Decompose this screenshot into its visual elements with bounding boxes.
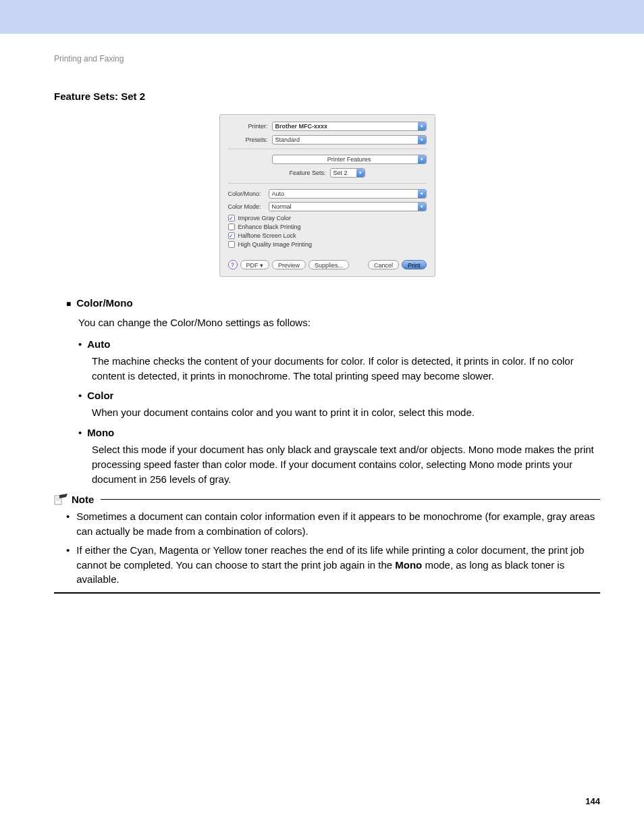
checkbox-icon: ✓ bbox=[228, 215, 235, 221]
colormode-value: Normal bbox=[272, 203, 292, 210]
page-number: 144 bbox=[54, 796, 600, 806]
colormono-label: Color/Mono: bbox=[228, 190, 269, 197]
feature-sets-select[interactable]: Set 2 ▾ bbox=[330, 168, 365, 178]
chevron-down-icon: ▾ bbox=[418, 203, 426, 211]
dialog-screenshot: Printer: Brother MFC-xxxx ▾ Presets: Sta… bbox=[54, 114, 600, 277]
checkbox-improve-gray[interactable]: ✓ Improve Gray Color bbox=[228, 215, 427, 221]
intro-paragraph: You can change the Color/Mono settings a… bbox=[78, 315, 600, 330]
pdf-button[interactable]: PDF ▾ bbox=[240, 260, 270, 269]
preview-button[interactable]: Preview bbox=[272, 260, 306, 269]
note-bullet-1: Sometimes a document can contain color i… bbox=[66, 509, 600, 539]
divider bbox=[228, 183, 427, 184]
mono-paragraph: Select this mode if your document has on… bbox=[92, 442, 600, 486]
note-header: Note bbox=[54, 493, 600, 505]
note-line bbox=[101, 499, 600, 500]
printer-select[interactable]: Brother MFC-xxxx ▾ bbox=[272, 122, 427, 131]
printer-label: Printer: bbox=[228, 123, 272, 130]
checkbox-label: Improve Gray Color bbox=[238, 215, 292, 221]
section-value: Printer Features bbox=[327, 156, 371, 163]
auto-heading: Auto bbox=[78, 338, 600, 350]
chevron-down-icon: ▾ bbox=[418, 190, 426, 198]
section-heading: Feature Sets: Set 2 bbox=[54, 90, 600, 102]
divider bbox=[228, 149, 427, 149]
presets-label: Presets: bbox=[228, 136, 272, 143]
feature-sets-value: Set 2 bbox=[333, 170, 348, 176]
top-band bbox=[0, 0, 644, 34]
help-icon[interactable]: ? bbox=[228, 260, 238, 269]
colormono-value: Auto bbox=[272, 190, 285, 197]
checkbox-halftone-lock[interactable]: ✓ Halftone Screen Lock bbox=[228, 232, 427, 239]
color-paragraph: When your document contains color and yo… bbox=[92, 405, 600, 420]
color-heading: Color bbox=[78, 390, 600, 401]
colormono-heading: Color/Mono bbox=[66, 297, 600, 309]
checkbox-icon bbox=[228, 241, 235, 248]
checkbox-label: Enhance Black Printing bbox=[238, 224, 301, 230]
breadcrumb: Printing and Faxing bbox=[54, 54, 600, 63]
note-label: Note bbox=[72, 494, 94, 505]
checkbox-enhance-black[interactable]: Enhance Black Printing bbox=[228, 224, 427, 230]
chevron-down-icon: ▾ bbox=[418, 122, 426, 130]
page-content: Printing and Faxing Feature Sets: Set 2 … bbox=[0, 34, 644, 833]
checkbox-high-quality[interactable]: High Quality Image Printing bbox=[228, 241, 427, 248]
note-bullet-2: If either the Cyan, Magenta or Yellow to… bbox=[66, 543, 600, 587]
checkbox-label: High Quality Image Printing bbox=[238, 241, 313, 248]
note-icon bbox=[54, 493, 69, 505]
cancel-button[interactable]: Cancel bbox=[368, 260, 399, 269]
colormode-label: Color Mode: bbox=[228, 203, 269, 210]
note-end-line bbox=[54, 592, 600, 594]
feature-sets-label: Feature Sets: bbox=[289, 170, 329, 176]
checkbox-icon bbox=[228, 224, 235, 230]
colormode-select[interactable]: Normal ▾ bbox=[269, 202, 427, 211]
presets-select[interactable]: Standard ▾ bbox=[272, 135, 427, 145]
chevron-down-icon: ▾ bbox=[356, 169, 365, 177]
auto-paragraph: The machine checks the content of your d… bbox=[92, 354, 600, 384]
checkbox-label: Halftone Screen Lock bbox=[238, 232, 296, 239]
print-button[interactable]: Print bbox=[402, 260, 427, 269]
chevron-down-icon: ▾ bbox=[418, 136, 426, 144]
section-select[interactable]: Printer Features ▾ bbox=[272, 155, 427, 164]
supplies-button[interactable]: Supplies... bbox=[308, 260, 349, 269]
printer-value: Brother MFC-xxxx bbox=[275, 123, 328, 130]
presets-value: Standard bbox=[275, 136, 300, 143]
chevron-down-icon: ▾ bbox=[418, 155, 426, 163]
colormono-select[interactable]: Auto ▾ bbox=[269, 189, 427, 199]
checkbox-icon: ✓ bbox=[228, 232, 235, 239]
mono-heading: Mono bbox=[78, 427, 600, 438]
